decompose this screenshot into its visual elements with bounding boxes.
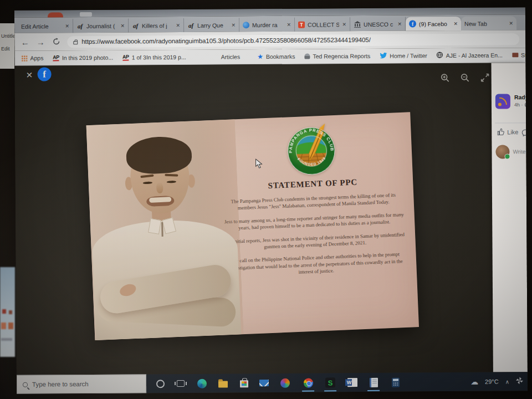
tab-facebook-active[interactable]: f (9) Facebo ✕ — [406, 17, 461, 31]
bookmark-label: StoryCorps: Recordi... — [521, 52, 528, 59]
like-button[interactable]: Like — [497, 128, 518, 135]
statement-text-column: PAMPANGA PRESS CLUB FOUNDED 1949 STATEME… — [218, 120, 408, 285]
bookmark-ap-photo-2[interactable]: AP 1 of 3In this 2019 p... — [122, 54, 186, 61]
bookmark-bookmarks-folder[interactable]: ★ Bookmarks — [257, 53, 295, 60]
bookmark-storycorps[interactable]: StoryCorps: Recordi... — [512, 52, 528, 59]
bookmark-label: Home / Twitter — [390, 52, 427, 59]
ap-icon: AP — [122, 54, 129, 61]
windows-taskbar: Type here to search S W ☁ 29°C ∧ — [17, 372, 528, 394]
tab-killers-of-journalists[interactable]: af Killers of j ✕ — [129, 18, 184, 33]
back-button[interactable]: ← — [20, 37, 30, 47]
facebook-photo-viewer: ✕ f — [15, 63, 528, 375]
tab-label: Edit Article — [21, 23, 63, 29]
tab-label: Larry Que — [197, 22, 229, 28]
cortana-icon[interactable] — [154, 377, 167, 390]
bank-favicon — [354, 21, 361, 28]
star-icon: ★ — [257, 53, 263, 60]
taskbar-search-box[interactable]: Type here to search — [17, 374, 146, 393]
fullscreen-icon[interactable] — [480, 73, 490, 83]
tab-new-tab[interactable]: New Tab ✕ — [461, 16, 516, 30]
tab-label: Journalist ( — [86, 22, 118, 29]
bookmark-articles[interactable]: Articles — [221, 53, 241, 60]
statement-paragraph-2: Jess to many among us, a long-time repor… — [222, 211, 407, 232]
tab-label: Murder ra — [252, 21, 284, 28]
tab-close-icon[interactable]: ✕ — [453, 21, 458, 26]
edge-icon[interactable] — [195, 377, 208, 390]
tab-close-icon[interactable]: ✕ — [342, 22, 346, 27]
paint-3d-icon[interactable] — [278, 376, 291, 390]
task-view-icon[interactable] — [174, 377, 187, 390]
zoom-out-icon[interactable] — [461, 73, 470, 83]
background-window-title: Untitled — [1, 30, 14, 43]
journalist-portrait — [86, 119, 244, 340]
forward-button[interactable]: → — [35, 37, 45, 47]
tab-close-icon[interactable]: ✕ — [231, 22, 236, 28]
tab-close-icon[interactable]: ✕ — [120, 23, 125, 28]
tab-edit-article[interactable]: Edit Article ✕ — [18, 19, 73, 33]
tab-label: UNESCO c — [364, 21, 395, 27]
lock-icon — [73, 41, 78, 44]
red-indicator — [48, 12, 63, 17]
tab-close-icon[interactable]: ✕ — [176, 22, 180, 28]
person-icon — [304, 54, 310, 59]
twitter-bird-icon — [380, 52, 387, 59]
close-viewer-icon[interactable]: ✕ — [26, 70, 33, 80]
comment-input[interactable]: Write a c — [513, 149, 527, 155]
tab-close-icon[interactable]: ✕ — [397, 21, 402, 27]
file-explorer-icon[interactable] — [216, 376, 229, 390]
tab-murder[interactable]: Murder ra ✕ — [239, 18, 295, 32]
tab-journalist[interactable]: af Journalist ( ✕ — [73, 19, 129, 33]
statement-title: STATEMENT OF PPC — [221, 176, 405, 193]
statement-paragraph-4: We call on the Philippine National Polic… — [224, 250, 408, 279]
calculator-icon[interactable] — [389, 376, 402, 389]
tab-label: Killers of j — [142, 22, 173, 29]
tab-close-icon[interactable]: ✕ — [509, 21, 513, 26]
bookmark-label: Bookmarks — [266, 53, 295, 60]
apps-label: Apps — [30, 55, 43, 62]
public-globe-icon — [524, 103, 527, 107]
radio-station-avatar[interactable] — [495, 94, 510, 109]
bookmark-ted-regencia[interactable]: Ted Regencia Reports — [304, 53, 370, 60]
ppc-club-logo: PAMPANGA PRESS CLUB FOUNDED 1949 — [285, 123, 338, 176]
microsoft-store-icon[interactable] — [237, 376, 250, 390]
tray-expand-icon[interactable]: ∧ — [505, 378, 509, 385]
network-pinwheel-icon[interactable] — [516, 376, 523, 386]
statement-paragraph-3: Per initial reports, Jess was shot in th… — [223, 231, 407, 252]
af-favicon: af — [76, 22, 84, 29]
second-screen-glimpse — [0, 267, 15, 357]
user-avatar[interactable] — [495, 145, 509, 158]
window-control-strip — [80, 12, 92, 17]
weather-cloud-icon[interactable]: ☁ — [470, 377, 478, 386]
bookmark-twitter-home[interactable]: Home / Twitter — [380, 52, 427, 60]
notepad-icon[interactable] — [367, 376, 380, 389]
statement-paragraph-1: The Pampanga Press Club condemns in the … — [221, 191, 406, 212]
tab-close-icon[interactable]: ✕ — [65, 23, 69, 29]
temperature-label[interactable]: 29°C — [485, 378, 499, 385]
tab-label: New Tab — [464, 20, 507, 27]
globe-icon — [437, 52, 443, 59]
tab-close-icon[interactable]: ✕ — [287, 22, 291, 27]
reload-button[interactable] — [51, 37, 61, 47]
apps-button[interactable]: Apps — [21, 55, 43, 62]
page-name[interactable]: Radyo — [514, 94, 528, 100]
tab-larry-que[interactable]: af Larry Que ✕ — [184, 18, 239, 32]
time-text: 4h · — [514, 102, 523, 108]
bookmark-aje[interactable]: AJE - Al Jazeera En... — [437, 51, 503, 59]
tab-collect[interactable]: T COLLECT S ✕ — [295, 17, 350, 32]
system-tray: ☁ 29°C ∧ — [470, 372, 523, 391]
browser-tab-bar: Edit Article ✕ af Journalist ( ✕ af Kill… — [14, 14, 525, 33]
tab-unesco[interactable]: UNESCO c ✕ — [350, 17, 406, 32]
bookmark-ap-photo-1[interactable]: AP In this 2019 photo... — [53, 54, 113, 62]
facebook-logo[interactable]: f — [38, 67, 52, 81]
collect-favicon: T — [298, 21, 305, 28]
zoom-in-icon[interactable] — [441, 73, 450, 83]
mail-icon[interactable] — [257, 376, 270, 390]
comment-icon[interactable] — [521, 129, 528, 139]
tab-label: (9) Facebo — [419, 21, 451, 27]
chrome-icon[interactable] — [301, 376, 315, 390]
bookmark-label: Ted Regencia Reports — [313, 53, 370, 60]
address-bar[interactable]: https://www.facebook.com/radyonatinguimb… — [66, 33, 520, 48]
s-app-icon[interactable]: S — [324, 376, 337, 389]
like-label: Like — [507, 129, 518, 135]
word-icon[interactable]: W — [346, 376, 359, 389]
